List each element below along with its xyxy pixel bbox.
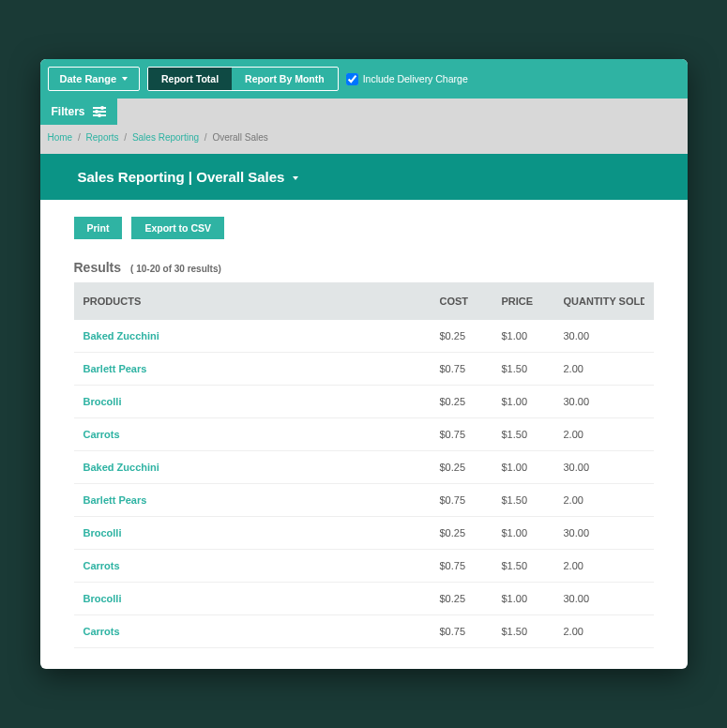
cost-cell: $0.75: [440, 494, 502, 506]
tab-report-by-month[interactable]: Report By Month: [232, 68, 338, 90]
cost-cell: $0.25: [440, 330, 502, 341]
qty-cell: 2.00: [564, 560, 644, 571]
col-header-price: PRICE: [502, 296, 564, 307]
qty-cell: 30.00: [564, 396, 644, 407]
print-button[interactable]: Print: [74, 217, 123, 239]
breadcrumb-sales-reporting[interactable]: Sales Reporting: [132, 132, 199, 143]
price-cell: $1.00: [502, 396, 564, 407]
table-row: Baked Zucchini$0.25$1.0030.00: [74, 451, 654, 484]
product-link[interactable]: Brocolli: [83, 593, 440, 604]
title-bar: Sales Reporting | Overall Sales: [40, 154, 688, 200]
qty-cell: 2.00: [564, 494, 644, 506]
col-header-cost: COST: [440, 296, 502, 307]
cost-cell: $0.75: [440, 429, 502, 440]
price-cell: $1.00: [502, 527, 564, 538]
table-row: Brocolli$0.25$1.0030.00: [74, 583, 654, 615]
price-cell: $1.00: [502, 462, 564, 473]
table-row: Baked Zucchini$0.25$1.0030.00: [74, 320, 654, 353]
product-link[interactable]: Carrots: [83, 429, 440, 440]
cost-cell: $0.25: [440, 396, 502, 407]
table-header: PRODUCTS COST PRICE QUANTITY SOLD: [74, 282, 654, 320]
report-tabs: Report Total Report By Month: [147, 67, 339, 91]
price-cell: $1.50: [502, 494, 564, 506]
price-cell: $1.50: [502, 626, 564, 637]
qty-cell: 30.00: [564, 593, 644, 604]
cost-cell: $0.25: [440, 527, 502, 538]
cost-cell: $0.75: [440, 560, 502, 571]
action-buttons: Print Export to CSV: [74, 217, 654, 239]
export-csv-button[interactable]: Export to CSV: [131, 217, 224, 239]
results-count: ( 10-20 of 30 results): [130, 264, 221, 274]
product-link[interactable]: Carrots: [83, 560, 440, 571]
include-delivery-label: Include Delivery Charge: [363, 73, 468, 84]
product-link[interactable]: Baked Zucchini: [83, 330, 440, 341]
breadcrumb-current: Overall Sales: [212, 132, 267, 143]
qty-cell: 2.00: [564, 429, 644, 440]
cost-cell: $0.25: [440, 593, 502, 604]
results-heading: Results ( 10-20 of 30 results): [74, 260, 654, 275]
product-link[interactable]: Baked Zucchini: [83, 462, 440, 473]
table-row: Carrots$0.75$1.502.00: [74, 550, 654, 583]
table-row: Barlett Pears$0.75$1.502.00: [74, 484, 654, 517]
product-link[interactable]: Barlett Pears: [83, 363, 440, 374]
table-body: Baked Zucchini$0.25$1.0030.00Barlett Pea…: [74, 320, 654, 648]
breadcrumb-sep: /: [124, 132, 127, 143]
col-header-products: PRODUCTS: [83, 296, 440, 307]
title-dropdown-icon[interactable]: [289, 169, 298, 185]
breadcrumb-sep: /: [204, 132, 207, 143]
qty-cell: 30.00: [564, 462, 644, 473]
price-cell: $1.50: [502, 560, 564, 571]
date-range-label: Date Range: [60, 73, 117, 84]
product-link[interactable]: Carrots: [83, 626, 440, 637]
filters-bar: Filters: [40, 99, 688, 125]
results-title: Results: [74, 260, 122, 275]
col-header-qty: QUANTITY SOLD: [564, 296, 644, 307]
report-panel: Date Range Report Total Report By Month …: [40, 59, 688, 669]
table-row: Brocolli$0.25$1.0030.00: [74, 517, 654, 550]
product-link[interactable]: Brocolli: [83, 396, 440, 407]
breadcrumb-home[interactable]: Home: [48, 132, 73, 143]
breadcrumb-sep: /: [78, 132, 81, 143]
content-area: Print Export to CSV Results ( 10-20 of 3…: [40, 200, 688, 648]
qty-cell: 2.00: [564, 363, 644, 374]
breadcrumb: Home / Reports / Sales Reporting / Overa…: [40, 125, 688, 154]
filters-button[interactable]: Filters: [40, 99, 117, 125]
qty-cell: 2.00: [564, 626, 644, 637]
include-delivery-checkbox[interactable]: Include Delivery Charge: [346, 73, 468, 85]
price-cell: $1.00: [502, 593, 564, 604]
price-cell: $1.50: [502, 363, 564, 374]
qty-cell: 30.00: [564, 330, 644, 341]
toolbar: Date Range Report Total Report By Month …: [40, 59, 688, 99]
filters-label: Filters: [52, 105, 85, 118]
cost-cell: $0.25: [440, 462, 502, 473]
cost-cell: $0.75: [440, 626, 502, 637]
table-row: Carrots$0.75$1.502.00: [74, 615, 654, 648]
product-link[interactable]: Brocolli: [83, 527, 440, 538]
include-delivery-input[interactable]: [346, 73, 358, 85]
sliders-icon: [93, 107, 106, 116]
cost-cell: $0.75: [440, 363, 502, 374]
table-row: Barlett Pears$0.75$1.502.00: [74, 353, 654, 386]
page-title: Sales Reporting | Overall Sales: [78, 169, 285, 185]
tab-report-total[interactable]: Report Total: [148, 68, 232, 90]
price-cell: $1.50: [502, 429, 564, 440]
table-row: Brocolli$0.25$1.0030.00: [74, 386, 654, 418]
breadcrumb-reports[interactable]: Reports: [86, 132, 119, 143]
price-cell: $1.00: [502, 330, 564, 341]
product-link[interactable]: Barlett Pears: [83, 494, 440, 506]
qty-cell: 30.00: [564, 527, 644, 538]
table-row: Carrots$0.75$1.502.00: [74, 418, 654, 451]
date-range-dropdown[interactable]: Date Range: [48, 67, 141, 91]
